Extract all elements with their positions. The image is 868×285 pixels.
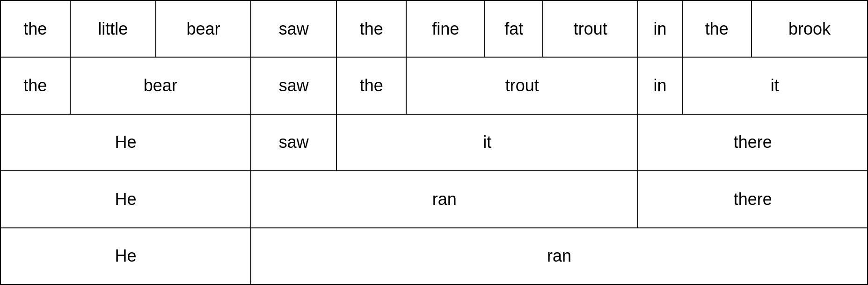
table-cell: bear <box>70 57 251 114</box>
table-cell: trout <box>543 0 638 57</box>
table-cell: bear <box>156 0 251 57</box>
table-cell: it <box>336 114 638 171</box>
word-table: thelittlebearsawthefinefattroutinthebroo… <box>0 0 868 285</box>
table-cell: brook <box>751 0 868 57</box>
table-row: Hesawitthere <box>0 114 868 171</box>
table-row: thebearsawthetroutinit <box>0 57 868 114</box>
table-row: Heran <box>0 228 868 285</box>
table-cell: He <box>0 114 251 171</box>
table-cell: saw <box>251 0 336 57</box>
table-cell: the <box>0 0 70 57</box>
table-cell: the <box>682 0 752 57</box>
table-cell: in <box>638 0 682 57</box>
table-cell: ran <box>251 171 638 227</box>
table-cell: He <box>0 171 251 227</box>
table-cell: it <box>682 57 868 114</box>
table-cell: little <box>70 0 156 57</box>
table-cell: saw <box>251 57 336 114</box>
table-cell: the <box>336 0 406 57</box>
table-cell: fat <box>485 0 543 57</box>
table-row: thelittlebearsawthefinefattroutinthebroo… <box>0 0 868 57</box>
table-cell: there <box>638 114 868 171</box>
table-cell: the <box>336 57 406 114</box>
table-cell: the <box>0 57 70 114</box>
table-cell: trout <box>406 57 638 114</box>
table-cell: fine <box>406 0 485 57</box>
table-cell: in <box>638 57 682 114</box>
table-row: Heranthere <box>0 171 868 227</box>
table-cell: He <box>0 228 251 285</box>
main-table-container: thelittlebearsawthefinefattroutinthebroo… <box>0 0 868 285</box>
table-cell: saw <box>251 114 336 171</box>
table-cell: there <box>638 171 868 227</box>
table-cell: ran <box>251 228 868 285</box>
